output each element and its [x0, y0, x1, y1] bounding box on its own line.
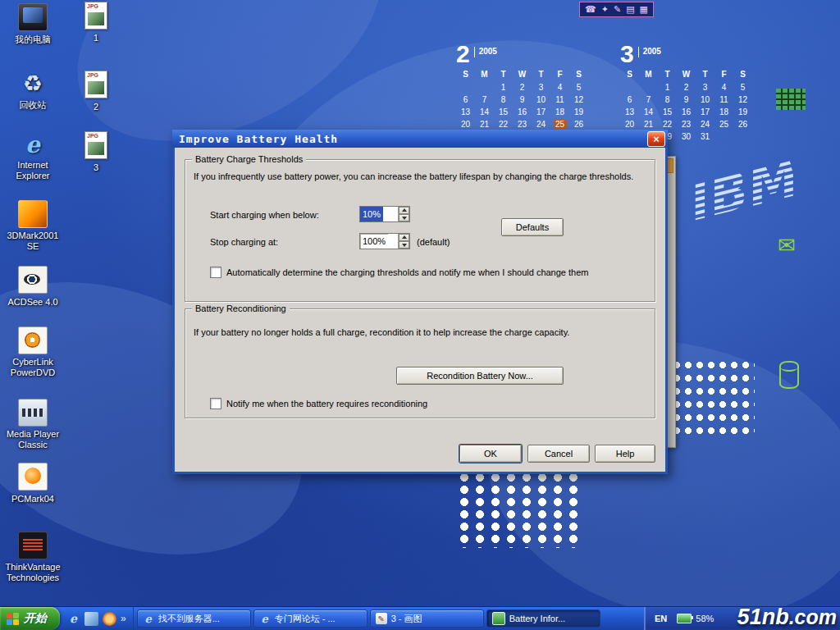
defaults-button[interactable]: Defaults: [501, 218, 564, 236]
start-button[interactable]: 开始: [0, 607, 60, 630]
language-indicator[interactable]: EN: [655, 614, 667, 623]
battery-tray-indicator[interactable]: 58%: [677, 614, 714, 623]
desktop-mini-toolbar: [579, 2, 654, 17]
calendar-cell: 26: [573, 120, 586, 129]
calendar-cell: 23: [516, 120, 529, 129]
input-fill[interactable]: [383, 207, 398, 221]
desktop-icon-label: ThinkVantage Technologies: [3, 562, 62, 582]
spinner-up-icon[interactable]: [399, 234, 409, 241]
spinner-buttons[interactable]: [398, 207, 409, 221]
calendar-cell: 24: [699, 120, 712, 129]
quick-launch-media-icon[interactable]: [103, 612, 116, 626]
jpg-file-icon[interactable]: JPG 1: [77, 2, 115, 44]
start-threshold-input[interactable]: 10%: [359, 206, 410, 222]
desktop-icon[interactable]: 我的电脑: [3, 3, 62, 46]
calendar-cell: 7: [478, 95, 491, 104]
jpg-file-icon[interactable]: JPG 2: [77, 71, 115, 113]
auto-thresholds-checkbox[interactable]: Automatically determine the charging thr…: [210, 267, 645, 278]
calendar-cell: 11: [554, 95, 567, 104]
calendar-cell: 6: [459, 95, 472, 104]
windows-logo-icon: [7, 613, 19, 625]
calendar-cell: 21: [478, 120, 491, 129]
desktop-icon-label: ACDSee 4.0: [7, 297, 57, 308]
dialog-title: Improve Battery Health: [172, 133, 647, 145]
taskbar-task-button[interactable]: 找不到服务器...: [137, 609, 251, 628]
stop-threshold-value[interactable]: 100%: [360, 234, 388, 249]
checkbox-box[interactable]: [210, 267, 221, 278]
task-icon: [143, 613, 154, 624]
desktop-icon[interactable]: PCMark04: [3, 463, 62, 505]
taskbar-task-button[interactable]: 3 - 画图: [370, 609, 484, 628]
spinner-buttons[interactable]: [398, 234, 409, 249]
checkbox-label: Notify me when the battery requires reco…: [226, 399, 427, 409]
spinner-down-icon[interactable]: [399, 241, 409, 249]
calendar-cell: 12: [573, 95, 586, 104]
ibm-logo: IBM: [679, 148, 801, 233]
thresholds-description: If you infrequently use battery power, y…: [194, 171, 646, 181]
jpg-badge: JPG: [87, 3, 98, 9]
desktop-icon[interactable]: 3DMark2001 SE: [3, 200, 62, 253]
desktop-icon[interactable]: Media Player Classic: [3, 399, 62, 451]
taskbar-task-button[interactable]: 专门网论坛 - ...: [253, 609, 368, 628]
spinner-up-icon[interactable]: [399, 207, 409, 214]
phone-icon[interactable]: [585, 5, 596, 14]
desktop-icon-image: [18, 463, 48, 491]
wallpaper-dot-grid: [673, 361, 755, 440]
pen-icon[interactable]: [614, 5, 621, 14]
taskbar-task-button[interactable]: Battery Infor...: [486, 609, 600, 628]
battery-charge-thresholds-group: Battery Charge Thresholds If you infrequ…: [185, 159, 655, 302]
jpg-page-icon: JPG: [84, 2, 107, 30]
calendar-cell: 19: [737, 107, 750, 116]
jpg-thumbnail: [88, 142, 104, 155]
jpg-file-label: 3: [94, 162, 98, 173]
quick-launch-overflow-chevron-icon[interactable]: [121, 613, 126, 624]
desktop-icon-image: [18, 3, 48, 31]
desktop-icon[interactable]: 回收站: [3, 71, 62, 112]
cancel-button[interactable]: Cancel: [527, 445, 590, 463]
desktop-icon-image: [18, 266, 48, 294]
ok-button[interactable]: OK: [459, 445, 522, 463]
dialog-titlebar[interactable]: Improve Battery Health: [172, 130, 668, 148]
task-icon: [259, 613, 271, 624]
help-button[interactable]: Help: [595, 445, 655, 463]
calendar-cell: 16: [680, 107, 693, 116]
calendar-grid: 1234567891011121314151617181920212223242…: [456, 83, 588, 129]
desktop-icon[interactable]: CyberLink PowerDVD: [3, 326, 62, 379]
checkbox-box[interactable]: [210, 398, 221, 409]
notes-icon[interactable]: [640, 5, 648, 14]
watermark-suffix: .com: [789, 605, 837, 628]
desktop-icon-image: [18, 532, 48, 559]
battery-reconditioning-group: Battery Reconditioning If your battery n…: [185, 308, 655, 418]
desktop-icon-label: CyberLink PowerDVD: [3, 357, 62, 377]
desktop-icon[interactable]: ACDSee 4.0: [3, 266, 62, 308]
calendar-cell: 22: [661, 120, 674, 129]
star-icon[interactable]: [601, 5, 609, 14]
desktop: { "wallpaper": { "brand": "IBM" }, "desk…: [0, 0, 840, 630]
recondition-battery-now-button[interactable]: Recondition Battery Now...: [396, 367, 564, 385]
desktop-icon[interactable]: ThinkVantage Technologies: [3, 532, 62, 584]
calendar-cell: 2: [680, 83, 693, 92]
calendar-cell: 4: [718, 83, 731, 92]
notify-reconditioning-checkbox[interactable]: Notify me when the battery requires reco…: [210, 398, 645, 409]
calendar-cell: 10: [535, 95, 548, 104]
input-fill[interactable]: [388, 234, 398, 249]
start-threshold-value[interactable]: 10%: [360, 207, 383, 221]
quick-launch-show-desktop-icon[interactable]: [84, 612, 98, 626]
jpg-file-icon[interactable]: JPG 3: [77, 131, 115, 174]
close-button[interactable]: [647, 131, 665, 147]
calendar-march-2005: 3 2005 SMTWTFS 1234567891011121314151617…: [620, 43, 752, 141]
calendar-cell: 10: [699, 95, 712, 104]
calendar-cell: 2: [516, 83, 529, 92]
dialog-body: Battery Charge Thresholds If you infrequ…: [175, 148, 665, 472]
quick-launch-ie-icon[interactable]: [66, 612, 80, 626]
calendar-day-header: S: [737, 70, 750, 79]
calendar-cell: 12: [737, 95, 750, 104]
calendar-cell: 30: [680, 132, 693, 141]
desktop-icon[interactable]: Internet Explorer: [3, 131, 62, 182]
spinner-down-icon[interactable]: [399, 214, 409, 221]
grid-icon[interactable]: [626, 5, 634, 14]
calendar-day-header: T: [497, 70, 510, 79]
calendar-day-headers: SMTWTFS: [456, 70, 588, 79]
task-label: 3 - 画图: [391, 613, 422, 625]
stop-threshold-input[interactable]: 100%: [359, 233, 410, 249]
